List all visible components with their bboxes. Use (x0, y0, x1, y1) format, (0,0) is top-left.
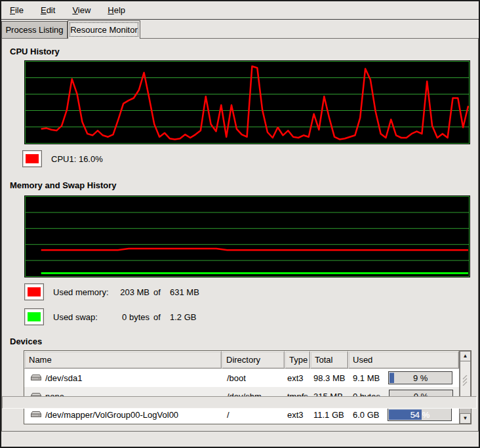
devices-scrollbar[interactable]: ▲ ▼ (459, 351, 471, 424)
memory-color (28, 287, 41, 296)
scrollbar-thumb[interactable] (460, 361, 471, 399)
menu-view[interactable]: View (66, 3, 96, 17)
total-memory-value: 631 MB (170, 287, 199, 297)
usage-progress-bar: 9 % (388, 371, 452, 384)
scroll-up-button[interactable]: ▲ (460, 351, 471, 361)
used-swap-label: Used swap: (53, 312, 98, 322)
memory-swap-history-graph (24, 195, 470, 277)
device-used: 9.1 MB9 % (348, 369, 459, 387)
statusbar (2, 396, 477, 409)
used-memory-of: of (153, 287, 161, 297)
tab-resource-monitor[interactable]: Resource Monitor (68, 20, 140, 39)
usage-progress-bar: 54 % (388, 408, 452, 421)
menu-edit[interactable]: Edit (35, 3, 61, 17)
devices-title: Devices (10, 336, 42, 346)
device-name-label: /dev/sda1 (45, 373, 82, 383)
column-header-total[interactable]: Total (310, 351, 348, 369)
total-swap-value: 1.2 GB (170, 312, 196, 322)
cpu1-color (26, 154, 39, 163)
usage-percent-label: 9 % (389, 372, 452, 384)
used-swap-value: 0 bytes (97, 312, 150, 322)
device-used-value: 6.0 GB (353, 410, 379, 420)
cpu1-color-swatch[interactable] (22, 150, 42, 167)
column-header-name[interactable]: Name (24, 351, 222, 369)
resource-monitor-panel: CPU History CPU1: 16.0% Memory and Swap … (1, 38, 479, 432)
used-memory-value: 203 MB (97, 287, 150, 297)
memory-history-title: Memory and Swap History (10, 180, 117, 190)
device-row[interactable]: /dev/sda1/bootext398.3 MB9.1 MB9 % (24, 369, 459, 387)
swap-color (28, 312, 41, 321)
column-header-used[interactable]: Used (348, 351, 459, 369)
column-header-type[interactable]: Type (285, 351, 310, 369)
menubar: File Edit View Help (1, 1, 479, 20)
system-monitor-window: File Edit View Help Process Listing Reso… (0, 0, 480, 448)
memory-color-swatch[interactable] (24, 283, 44, 300)
device-used-value: 9.1 MB (353, 373, 380, 383)
device-type: ext3 (285, 369, 310, 387)
swap-color-swatch[interactable] (24, 308, 44, 325)
disk-icon (30, 373, 42, 382)
device-total: 98.3 MB (310, 369, 348, 387)
devices-table: NameDirectoryTypeTotalUsed /dev/sda1/boo… (24, 350, 471, 424)
menu-file[interactable]: File (4, 3, 30, 17)
device-name-label: /dev/mapper/VolGroup00-LogVol00 (45, 410, 178, 420)
usage-percent-label: 54 % (388, 409, 451, 420)
device-name: /dev/sda1 (24, 369, 222, 387)
tab-process-listing[interactable]: Process Listing (1, 21, 68, 38)
disk-icon (30, 410, 42, 419)
scroll-down-button[interactable]: ▼ (460, 413, 471, 424)
used-swap-of: of (153, 312, 161, 322)
devices-table-header: NameDirectoryTypeTotalUsed (24, 351, 459, 369)
scrollbar-grip-icon (462, 375, 469, 386)
menu-help[interactable]: Help (102, 3, 131, 17)
device-directory: /boot (222, 369, 285, 387)
cpu1-legend-label: CPU1: 16.0% (51, 154, 103, 164)
cpu-history-title: CPU History (10, 47, 60, 56)
column-header-directory[interactable]: Directory (222, 351, 285, 369)
cpu-history-graph (24, 60, 470, 144)
